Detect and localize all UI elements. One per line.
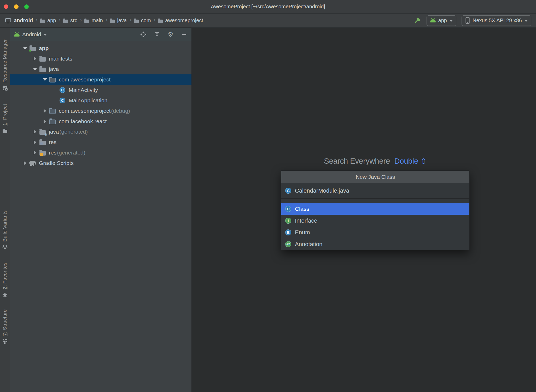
expand-arrow-icon[interactable]: [32, 68, 38, 70]
run-configuration-select[interactable]: app: [427, 15, 456, 26]
breadcrumb-item-android[interactable]: android: [5, 17, 33, 24]
structure-icon: [2, 338, 8, 345]
module-icon: [5, 17, 11, 24]
device-select[interactable]: Nexus 5X API 29 x86: [462, 15, 531, 26]
build-hammer-button[interactable]: [413, 16, 421, 25]
tool-window-actions: ⚙: [140, 31, 188, 38]
breadcrumb-separator: ›: [78, 17, 84, 24]
project-view-selector[interactable]: Android: [22, 31, 41, 38]
resource-manager-icon: [2, 85, 8, 92]
folder-icon: [63, 20, 68, 23]
title-bar: AwesomeProject [~/src/AwesomeProject/and…: [0, 0, 536, 14]
enum-icon: E: [285, 229, 291, 235]
breadcrumb-item-main[interactable]: main: [84, 17, 103, 23]
kind-option-annotation[interactable]: @ Annotation: [281, 238, 469, 250]
class-name-value: CalendarModule.java: [295, 187, 349, 194]
tree-row-mainapplication[interactable]: C MainApplication: [10, 95, 191, 106]
tool-stripe-favorites[interactable]: 2: Favorites: [2, 263, 8, 299]
folder-icon: [110, 20, 115, 23]
run-toolbar: app Nexus 5X API 29 x86: [413, 15, 531, 26]
app-module-folder-icon: [28, 45, 37, 51]
kind-option-class[interactable]: C Class: [281, 203, 469, 215]
search-everywhere-hint: Search EverywhereDouble ⇧: [281, 157, 470, 165]
collapse-arrow-icon[interactable]: [42, 109, 48, 113]
tree-row-com-awesomeproject[interactable]: com.awesomeproject: [10, 74, 191, 85]
tree-row-manifests[interactable]: manifests: [10, 54, 191, 64]
device-label: Nexus 5X API 29 x86: [473, 17, 522, 23]
collapse-arrow-icon[interactable]: [42, 119, 48, 123]
kind-option-enum[interactable]: E Enum: [281, 227, 469, 238]
class-name-input[interactable]: C CalendarModule.java: [281, 183, 469, 198]
window-title: AwesomeProject [~/src/AwesomeProject/and…: [211, 4, 325, 10]
tool-stripe-build-variants[interactable]: Build Variants: [2, 210, 8, 251]
android-icon: [14, 33, 20, 37]
breadcrumb-separator: ›: [128, 17, 133, 24]
project-tool-window: Android ⚙: [10, 28, 192, 392]
breadcrumb-item-java[interactable]: java: [110, 17, 127, 23]
tree-row-mainactivity[interactable]: C MainActivity: [10, 85, 191, 95]
hint-label: Search Everywhere: [324, 157, 390, 165]
collapse-arrow-icon[interactable]: [32, 151, 38, 155]
tree-row-com-facebook-react[interactable]: com.facebook.react: [10, 116, 191, 127]
chevron-down-icon[interactable]: [44, 34, 47, 36]
expand-arrow-icon[interactable]: [42, 78, 48, 81]
folder-icon: [38, 66, 47, 72]
new-java-class-popup: New Java Class C CalendarModule.java C C…: [281, 170, 470, 250]
folder-icon: [84, 20, 89, 23]
chevron-down-icon: [450, 20, 453, 22]
annotation-icon: @: [285, 241, 291, 247]
tree-row-res[interactable]: res: [10, 137, 191, 147]
hide-tool-window-button[interactable]: [181, 31, 188, 38]
breadcrumb-item-src[interactable]: src: [63, 17, 77, 23]
class-icon: C: [285, 206, 291, 212]
package-icon: [48, 108, 57, 114]
android-icon: [430, 19, 436, 22]
folder-icon: [134, 20, 139, 23]
hint-shortcut: Double ⇧: [394, 157, 427, 165]
project-tool-window-header: Android ⚙: [10, 28, 191, 41]
tree-row-java-generated[interactable]: java (generated): [10, 127, 191, 137]
package-icon: [48, 118, 57, 124]
chevron-down-icon: [525, 20, 528, 22]
breadcrumb: android › app › src › main › java ›: [5, 17, 413, 24]
tree-row-res-generated[interactable]: res (generated): [10, 147, 191, 158]
breadcrumb-separator: ›: [152, 17, 157, 24]
breadcrumb-separator: ›: [34, 17, 39, 24]
expand-arrow-icon[interactable]: [22, 47, 28, 50]
main-area: Resource Manager 1: Project Build Varian…: [0, 28, 536, 392]
navigation-bar: android › app › src › main › java ›: [0, 14, 536, 28]
left-tool-stripe: Resource Manager 1: Project Build Varian…: [0, 28, 10, 392]
close-button[interactable]: [4, 4, 8, 9]
folder-icon: [40, 20, 45, 23]
tree-row-java[interactable]: java: [10, 64, 191, 74]
tree-row-com-awesomeproject-debug[interactable]: com.awesomeproject (debug): [10, 106, 191, 116]
breadcrumb-item-app[interactable]: app: [40, 17, 56, 23]
tree-row-app[interactable]: app: [10, 43, 191, 54]
tool-stripe-resource-manager[interactable]: Resource Manager: [2, 39, 8, 92]
breadcrumb-item-awesomeproject[interactable]: awesomeproject: [158, 17, 203, 23]
build-variants-icon: [2, 244, 8, 251]
minimize-button[interactable]: [14, 4, 19, 9]
gear-icon[interactable]: ⚙: [167, 31, 174, 38]
ide-window: AwesomeProject [~/src/AwesomeProject/and…: [0, 0, 536, 392]
collapse-arrow-icon[interactable]: [32, 140, 38, 144]
folder-icon: [158, 20, 163, 23]
locate-file-button[interactable]: [140, 31, 147, 38]
collapse-all-button[interactable]: [154, 31, 160, 38]
resource-folder-icon: [38, 150, 47, 156]
generated-sources-folder-icon: [38, 129, 47, 135]
folder-icon: [38, 56, 47, 62]
kind-option-interface[interactable]: I Interface: [281, 215, 469, 227]
kind-list: C Class I Interface E Enum @ Annotation: [281, 199, 469, 250]
tool-stripe-structure[interactable]: 7: Structure: [2, 309, 8, 345]
traffic-lights: [4, 0, 29, 13]
zoom-button[interactable]: [24, 4, 29, 9]
tree-row-gradle-scripts[interactable]: Gradle Scripts: [10, 158, 191, 168]
breadcrumb-separator: ›: [104, 17, 109, 24]
collapse-arrow-icon[interactable]: [32, 57, 38, 61]
breadcrumb-item-com[interactable]: com: [134, 17, 151, 23]
tool-stripe-project[interactable]: 1: Project: [2, 104, 8, 133]
interface-icon: I: [285, 218, 291, 224]
collapse-arrow-icon[interactable]: [32, 130, 38, 134]
collapse-arrow-icon[interactable]: [22, 161, 28, 165]
